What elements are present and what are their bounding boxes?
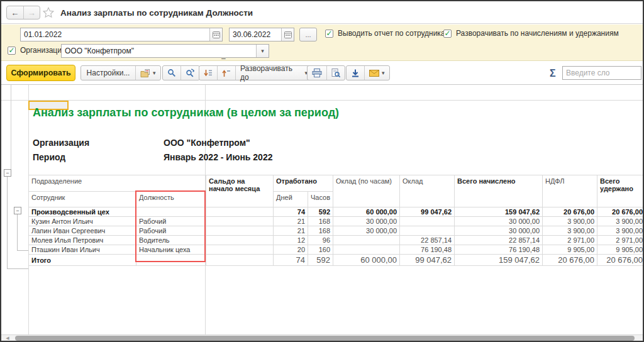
settings-button[interactable]: Настройки... — [81, 66, 135, 80]
cell-accrued[interactable]: 159 047,62 — [455, 255, 543, 266]
cell-salary-hourly[interactable]: 30 000,00 — [333, 226, 400, 236]
collapse-group-button-inner[interactable]: − — [14, 207, 21, 214]
employees-checkbox[interactable]: ✓ — [325, 30, 333, 38]
cell-position[interactable]: Рабочий — [136, 217, 206, 226]
cell-balance[interactable] — [206, 255, 274, 266]
cell-accrued[interactable]: 76 190,48 — [455, 245, 543, 255]
cell-name[interactable]: Пташкин Иван Ильич — [29, 245, 136, 255]
cell-salary[interactable]: 22 857,14 — [400, 236, 455, 245]
cell-ndfl[interactable]: 3 900,00 — [543, 217, 597, 226]
cell-hours[interactable]: 160 — [308, 245, 333, 255]
report-variants-button[interactable]: ▾ — [135, 66, 160, 80]
cell-salary[interactable]: 99 047,62 — [400, 255, 455, 266]
header-accrued[interactable]: Всего начислено — [455, 175, 543, 207]
cell-withheld[interactable]: 2 971,00 — [597, 236, 643, 245]
cell-name[interactable]: Лапин Иван Сергеевич — [29, 226, 136, 236]
organization-combo[interactable]: ООО "Конфетпром" ▾ — [61, 44, 269, 58]
generate-button[interactable]: Сформировать — [6, 65, 75, 81]
cell-balance[interactable] — [206, 245, 274, 255]
cell-salary-hourly[interactable] — [333, 245, 400, 255]
period-from-value[interactable]: 01.01.2022 — [21, 30, 209, 39]
horizontal-scrollbar[interactable]: ◀ — [1, 334, 643, 341]
forward-button[interactable]: → — [24, 6, 40, 19]
cell-hours[interactable]: 592 — [308, 255, 333, 266]
header-ndfl[interactable]: НДФЛ — [543, 175, 597, 207]
cell-name[interactable]: Кузин Антон Ильич — [29, 217, 136, 226]
header-employee[interactable]: Сотрудник — [29, 192, 136, 207]
send-email-button[interactable]: ▾ — [364, 66, 389, 80]
expand-to-button[interactable]: Разворачивать до ▾ — [235, 66, 312, 80]
expand-checkbox[interactable]: ✓ — [443, 30, 452, 38]
cell-salary-hourly[interactable]: 60 000,00 — [333, 255, 400, 266]
cell-days[interactable]: 74 — [274, 207, 308, 217]
expand-checkbox-label[interactable]: Разворачивать по начислениям и удержания… — [456, 29, 619, 38]
cell-withheld[interactable]: 3 900,00 — [597, 226, 643, 236]
back-button[interactable]: ← — [7, 6, 24, 19]
cell-accrued[interactable]: 22 857,14 — [455, 236, 543, 245]
cell-hours[interactable]: 168 — [308, 217, 333, 226]
find-button[interactable] — [163, 66, 180, 80]
period-from-calendar-button[interactable] — [209, 28, 222, 41]
cell-withheld[interactable]: 9 905,00 — [597, 245, 643, 255]
cell-balance[interactable] — [206, 207, 274, 217]
header-days[interactable]: Дней — [274, 192, 308, 207]
cell-withheld[interactable]: 3 900,00 — [597, 217, 643, 226]
cell-ndfl[interactable]: 20 676,00 — [543, 255, 597, 266]
cell-balance[interactable] — [206, 236, 274, 245]
cell-salary[interactable] — [400, 217, 455, 226]
cell-position[interactable] — [136, 207, 206, 217]
cell-position[interactable] — [136, 255, 206, 266]
scroll-left-arrow-icon[interactable]: ◀ — [4, 335, 11, 341]
cell-salary-hourly[interactable] — [333, 236, 400, 245]
print-preview-button[interactable] — [326, 66, 345, 80]
header-salary[interactable]: Оклад — [400, 175, 455, 207]
cell-salary-hourly[interactable]: 60 000,00 — [333, 207, 400, 217]
cell-accrued[interactable]: 30 000,00 — [455, 217, 543, 226]
header-withheld[interactable]: Всего удержано — [597, 175, 643, 207]
cell-salary[interactable]: 99 047,62 — [400, 207, 455, 217]
save-button[interactable] — [347, 66, 364, 80]
period-from-field[interactable]: 01.01.2022 — [20, 28, 223, 41]
cell-hours[interactable]: 592 — [308, 207, 333, 217]
cell-balance[interactable] — [206, 226, 274, 236]
cell-name[interactable]: Итого — [29, 255, 136, 266]
autosum-sigma-icon[interactable]: Σ — [550, 68, 556, 79]
cell-days[interactable]: 21 — [274, 217, 308, 226]
cell-ndfl[interactable]: 20 676,00 — [543, 207, 597, 217]
cell-days[interactable]: 21 — [274, 226, 308, 236]
header-position[interactable]: Должность — [136, 192, 206, 207]
header-worked[interactable]: Отработано — [274, 175, 333, 192]
favorite-star-icon[interactable] — [43, 7, 54, 18]
collapse-group-button-outer[interactable]: − — [4, 169, 11, 177]
header-salary-hourly[interactable]: Оклад (по часам) — [333, 175, 400, 207]
collapse-groups-button[interactable] — [217, 66, 235, 80]
scrollbar-thumb[interactable] — [15, 336, 635, 341]
period-to-calendar-button[interactable] — [281, 28, 294, 41]
find-next-button[interactable] — [180, 66, 199, 80]
cell-days[interactable]: 12 — [274, 236, 308, 245]
header-department[interactable]: Подразделение — [29, 175, 206, 192]
cell-position[interactable]: Рабочий — [136, 226, 206, 236]
expand-groups-button[interactable] — [199, 66, 217, 80]
period-to-field[interactable]: 30.06.2022 — [229, 28, 294, 41]
cell-ndfl[interactable]: 2 971,00 — [543, 236, 597, 245]
cell-days[interactable]: 20 — [274, 245, 308, 255]
cell-salary[interactable] — [400, 226, 455, 236]
cell-salary[interactable]: 76 190,48 — [400, 245, 455, 255]
cell-days[interactable]: 74 — [274, 255, 308, 266]
cell-balance[interactable] — [206, 217, 274, 226]
cell-ndfl[interactable]: 3 900,00 — [543, 226, 597, 236]
cell-withheld[interactable]: 20 676,00 — [597, 255, 643, 266]
organization-value[interactable]: ООО "Конфетпром" — [62, 47, 256, 55]
employees-checkbox-label[interactable]: Выводить отчет по сотрудникам — [338, 29, 450, 38]
print-button[interactable] — [308, 66, 326, 80]
cell-name[interactable]: Молев Илья Петрович — [29, 236, 136, 245]
organization-dropdown-button[interactable]: ▾ — [256, 45, 269, 57]
cell-accrued[interactable]: 159 047,62 — [455, 207, 543, 217]
cell-withheld[interactable]: 20 676,00 — [597, 207, 643, 217]
cell-position[interactable]: Начальник цеха — [136, 245, 206, 255]
cell-salary-hourly[interactable]: 30 000,00 — [333, 217, 400, 226]
search-input[interactable] — [562, 66, 641, 80]
period-more-button[interactable]: ... — [299, 28, 317, 41]
cell-position[interactable]: Водитель — [136, 236, 206, 245]
